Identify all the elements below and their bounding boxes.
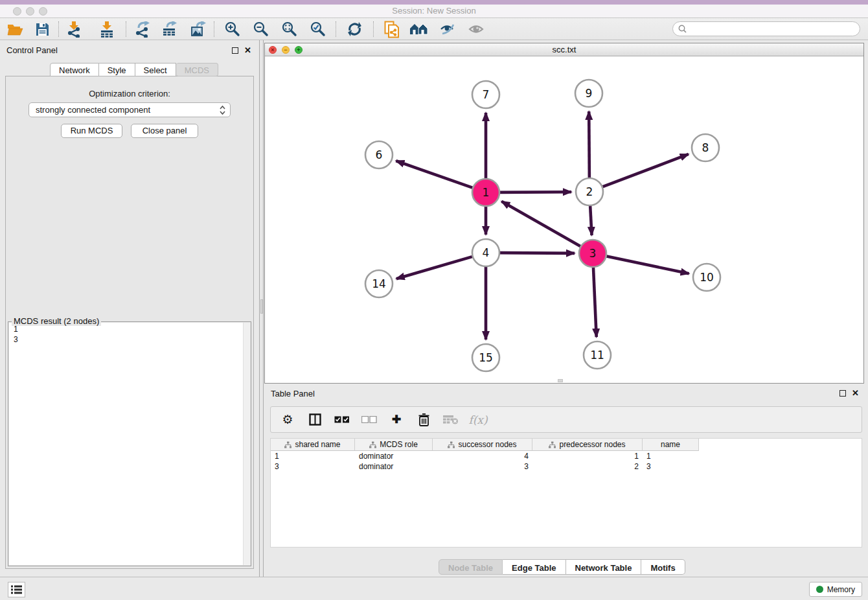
edge-2-8[interactable] [603, 154, 689, 187]
tab-select[interactable]: Select [135, 63, 176, 76]
table-row[interactable]: 1dominator411 [271, 451, 862, 461]
cell[interactable]: 2 [532, 461, 643, 472]
graph-node-10[interactable]: 10 [693, 264, 720, 291]
edge-4-14[interactable] [396, 257, 472, 279]
close-table-panel-icon[interactable]: ✕ [852, 390, 859, 397]
node-table[interactable]: shared nameMCDS rolesuccessor nodesprede… [270, 438, 862, 548]
cell[interactable]: 4 [433, 451, 532, 461]
save-session-icon[interactable] [32, 20, 52, 38]
edge-3-10[interactable] [607, 257, 689, 274]
tab-network[interactable]: Network [50, 63, 99, 76]
cell[interactable]: 1 [643, 451, 699, 461]
export-image-icon[interactable] [189, 20, 209, 38]
show-all-networks-icon[interactable] [409, 20, 429, 38]
graph-node-3[interactable]: 3 [579, 240, 606, 267]
column-header-MCDS-role[interactable]: MCDS role [355, 439, 433, 451]
zoom-out-icon[interactable] [251, 20, 271, 38]
network-view-window[interactable]: × − + scc.txt 7968124314101511 [264, 43, 864, 384]
float-panel-icon[interactable] [232, 47, 238, 54]
optimization-criterion-label: Optimization criterion: [0, 89, 259, 98]
result-scrollbar[interactable] [243, 323, 250, 565]
open-session-icon[interactable] [5, 20, 25, 38]
canvas-resize-grip[interactable] [558, 379, 563, 382]
graph-node-1[interactable]: 1 [472, 179, 499, 206]
clone-network-icon[interactable] [382, 20, 402, 38]
edge-3-1[interactable] [501, 202, 580, 246]
unselect-all-columns-icon[interactable] [360, 411, 378, 429]
graph-node-14[interactable]: 14 [365, 270, 393, 297]
tab-node-table[interactable]: Node Table [439, 559, 503, 575]
graph-node-2[interactable]: 2 [576, 178, 603, 205]
show-columns-icon[interactable] [306, 411, 324, 429]
show-panel-icon[interactable] [466, 20, 486, 38]
edge-1-6[interactable] [396, 161, 472, 187]
svg-text:2: 2 [586, 185, 593, 198]
graph-node-6[interactable]: 6 [365, 141, 393, 168]
search-input[interactable] [690, 25, 860, 34]
cell[interactable]: 1 [271, 451, 355, 461]
export-network-icon[interactable] [133, 20, 153, 38]
mcds-result-list[interactable]: 13 [9, 323, 250, 565]
cell[interactable]: dominator [355, 461, 433, 472]
cell[interactable]: dominator [355, 451, 433, 461]
cell[interactable]: 3 [433, 461, 532, 472]
column-header-shared-name[interactable]: shared name [271, 439, 355, 451]
tab-mcds[interactable]: MCDS [176, 63, 218, 76]
apply-layout-icon[interactable] [345, 20, 364, 38]
vertical-splitter[interactable] [259, 40, 264, 577]
zoom-selected-icon[interactable] [308, 20, 328, 38]
mcds-result-group: MCDS result (2 nodes) 13 [8, 316, 251, 566]
export-table-icon[interactable] [161, 20, 180, 38]
tab-style[interactable]: Style [99, 63, 135, 76]
import-network-icon[interactable] [65, 20, 84, 38]
graph-node-11[interactable]: 11 [584, 341, 611, 369]
cell[interactable]: 3 [271, 461, 355, 472]
network-window-titlebar[interactable]: × − + scc.txt [265, 43, 863, 56]
svg-text:11: 11 [590, 349, 604, 362]
zoom-in-icon[interactable] [223, 20, 242, 38]
splitter-grip[interactable] [260, 299, 263, 314]
column-header-name[interactable]: name [643, 439, 699, 451]
zoom-fit-icon[interactable] [280, 20, 299, 38]
criterion-dropdown[interactable]: strongly connected component [29, 102, 231, 117]
edge-1-2[interactable] [500, 192, 571, 192]
cell[interactable]: 3 [643, 461, 699, 472]
tab-network-table[interactable]: Network Table [566, 559, 642, 575]
toolbar-separator [58, 21, 59, 37]
svg-text:7: 7 [483, 88, 490, 101]
hide-panel-icon[interactable] [438, 20, 457, 38]
network-graph-canvas[interactable]: 7968124314101511 [265, 56, 863, 383]
graph-node-4[interactable]: 4 [472, 239, 499, 266]
edge-2-3[interactable] [590, 206, 591, 235]
float-table-panel-icon[interactable] [839, 390, 846, 397]
create-column-icon[interactable]: ✚ [387, 411, 405, 429]
chevron-updown-icon [219, 105, 226, 115]
search-field[interactable] [672, 21, 860, 36]
import-table-icon[interactable] [97, 20, 117, 38]
delete-column-icon[interactable] [415, 411, 433, 429]
control-panel-tabs: NetworkStyleSelectMCDS [50, 63, 218, 76]
select-all-columns-icon[interactable] [333, 411, 351, 429]
column-header-successor-nodes[interactable]: successor nodes [433, 439, 532, 451]
table-row[interactable]: 3dominator323 [271, 461, 862, 472]
edge-2-9[interactable] [589, 111, 589, 178]
table-settings-icon[interactable]: ⚙ [279, 411, 297, 429]
graph-node-7[interactable]: 7 [472, 81, 499, 108]
main-toolbar [0, 18, 868, 40]
tree-icon [369, 441, 376, 448]
tab-motifs[interactable]: Motifs [641, 559, 685, 575]
cell[interactable]: 1 [532, 451, 643, 461]
column-header-predecessor-nodes[interactable]: predecessor nodes [532, 439, 643, 451]
close-panel-button[interactable]: Close panel [131, 124, 198, 138]
graph-node-15[interactable]: 15 [472, 344, 499, 371]
status-bar: Memory [0, 577, 868, 600]
memory-button[interactable]: Memory [809, 582, 862, 597]
run-mcds-button[interactable]: Run MCDS [61, 124, 122, 138]
tab-edge-table[interactable]: Edge Table [503, 559, 565, 575]
graph-node-9[interactable]: 9 [575, 80, 602, 107]
task-history-button[interactable] [8, 582, 25, 597]
edge-3-11[interactable] [593, 268, 597, 337]
graph-node-8[interactable]: 8 [692, 134, 719, 161]
edge-4-3[interactable] [500, 253, 575, 253]
close-panel-icon[interactable]: ✕ [244, 47, 251, 54]
